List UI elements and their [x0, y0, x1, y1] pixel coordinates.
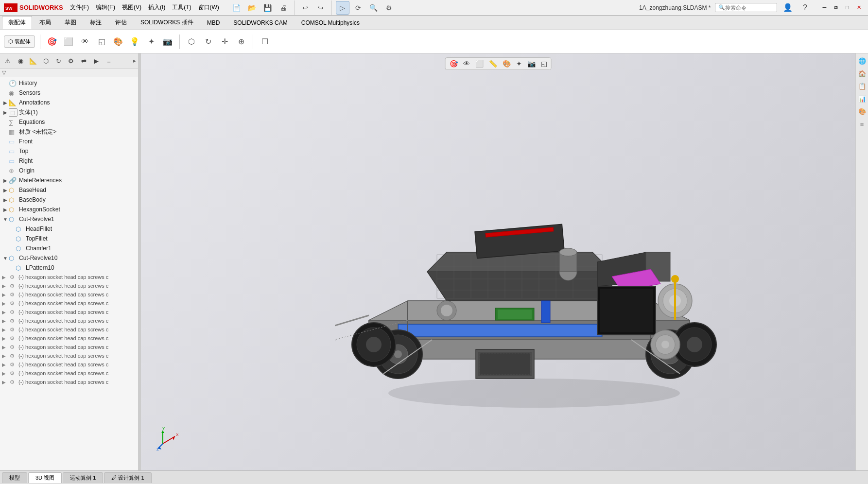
rp-chart-icon[interactable]: 📊 [857, 93, 868, 104]
view-scene-icon[interactable]: 💡 [128, 35, 141, 49]
view-render-icon[interactable]: ✦ [144, 35, 158, 49]
panel-settings-icon[interactable]: ⚙ [65, 55, 77, 67]
tree-item-lpattern10[interactable]: ⬡ LPattern10 [0, 263, 138, 273]
view-display-icon[interactable]: 👁 [78, 35, 92, 49]
panel-warning-icon[interactable]: ⚠ [2, 55, 14, 67]
print-icon[interactable]: 🖨 [277, 1, 290, 15]
btab-motion1[interactable]: 运动算例 1 [63, 472, 103, 483]
panel-refresh-icon[interactable]: ↻ [52, 55, 64, 67]
search-input[interactable] [725, 5, 774, 11]
assembly-toolbar-btn[interactable]: ⬡ 装配体 [4, 35, 35, 48]
tree-item-front[interactable]: ▭ Front [0, 137, 138, 146]
new-icon[interactable]: 📄 [230, 1, 243, 15]
undo-icon[interactable]: ↩ [298, 1, 312, 15]
rotate-icon[interactable]: ⟳ [351, 1, 365, 15]
tree-item-right[interactable]: ▭ Right [0, 156, 138, 166]
vp-view-icon[interactable]: 👁 [461, 59, 472, 69]
view-hide-icon[interactable]: ◱ [95, 35, 108, 49]
menu-edit[interactable]: 编辑(E) [93, 2, 118, 13]
menu-file[interactable]: 文件(F) [67, 2, 92, 13]
tree-item-equations[interactable]: ∑ Equations [0, 117, 138, 127]
tab-sw-plugins[interactable]: SOLIDWORKS 插件 [134, 16, 200, 29]
tree-item-chamfer1[interactable]: ⬡ Chamfer1 [0, 243, 138, 253]
panel-annotation-icon[interactable]: 📐 [27, 55, 39, 67]
redo-icon[interactable]: ↪ [314, 1, 328, 15]
rp-globe-icon[interactable]: 🌐 [857, 55, 868, 66]
screw-item-5[interactable]: ▶ ⚙ (-) hexagon socket head cap screws c [0, 316, 138, 325]
tree-item-annotations[interactable]: ▶ 📐 Annotations [0, 98, 138, 107]
tab-assembly[interactable]: 装配体 [2, 16, 32, 29]
tree-item-sensors[interactable]: ◉ Sensors [0, 88, 138, 98]
view-appear-icon[interactable]: 🎨 [111, 35, 125, 49]
view-pan-icon[interactable]: ✛ [218, 35, 231, 49]
view-orient-icon[interactable]: 🎯 [45, 35, 59, 49]
panel-feature-icon[interactable]: ⬡ [40, 55, 52, 67]
screw-item-8[interactable]: ▶ ⚙ (-) hexagon socket head cap screws c [0, 343, 138, 351]
help-icon[interactable]: ? [799, 1, 812, 15]
tree-item-headfillet[interactable]: ⬡ HeadFillet [0, 224, 138, 234]
tree-item-top[interactable]: ▭ Top [0, 146, 138, 156]
screw-item-1[interactable]: ▶ ⚙ (-) hexagon socket head cap screws c [0, 281, 138, 290]
btab-design1[interactable]: 🖊 设计算例 1 [104, 472, 151, 483]
tree-item-history[interactable]: 🕐 History [0, 78, 138, 88]
btab-3dview[interactable]: 3D 视图 [28, 472, 62, 483]
screw-item-11[interactable]: ▶ ⚙ (-) hexagon socket head cap screws c [0, 369, 138, 378]
screw-item-4[interactable]: ▶ ⚙ (-) hexagon socket head cap screws c [0, 308, 138, 316]
vp-zoom-extents-icon[interactable]: 🎯 [448, 59, 460, 69]
vp-appear-icon[interactable]: 🎨 [501, 59, 513, 69]
tree-item-cutrev10[interactable]: ▼ ⬡ Cut-Revolve10 [0, 253, 138, 263]
rp-color-icon[interactable]: 🎨 [857, 106, 868, 117]
screw-item-7[interactable]: ▶ ⚙ (-) hexagon socket head cap screws c [0, 334, 138, 343]
menu-tools[interactable]: 工具(T) [169, 2, 194, 13]
user-icon[interactable]: 👤 [781, 1, 795, 15]
tree-item-solid[interactable]: ▶ ◻ 实体(1) [0, 107, 138, 117]
vp-measure-icon[interactable]: 📏 [487, 59, 499, 69]
restore-button[interactable]: ⧉ [831, 3, 841, 12]
save-icon[interactable]: 💾 [261, 1, 275, 15]
tree-item-material[interactable]: ▦ 材质 <未指定> [0, 127, 138, 137]
tab-sw-cam[interactable]: SOLIDWORKS CAM [227, 17, 294, 29]
tab-sketch[interactable]: 草图 [58, 16, 83, 29]
tab-evaluate[interactable]: 评估 [109, 16, 133, 29]
maximize-button[interactable]: □ [843, 3, 852, 12]
tree-item-basebody[interactable]: ▶ ⬡ BaseBody [0, 195, 138, 205]
screw-item-9[interactable]: ▶ ⚙ (-) hexagon socket head cap screws c [0, 351, 138, 360]
minimize-button[interactable]: ─ [820, 3, 830, 12]
screw-item-2[interactable]: ▶ ⚙ (-) hexagon socket head cap screws c [0, 290, 138, 299]
tree-item-origin[interactable]: ⊕ Origin [0, 166, 138, 175]
screw-item-10[interactable]: ▶ ⚙ (-) hexagon socket head cap screws c [0, 360, 138, 369]
vp-scene-icon[interactable]: ✦ [514, 59, 524, 69]
btab-model[interactable]: 模型 [2, 472, 27, 483]
tree-item-materef[interactable]: ▶ 🔗 MateReferences [0, 175, 138, 185]
close-button[interactable]: ✕ [854, 3, 864, 12]
screw-item-0[interactable]: ▶ ⚙ (-) hexagon socket head cap screws c [0, 273, 138, 281]
tree-item-basehead[interactable]: ▶ ⬡ BaseHead [0, 185, 138, 195]
tab-markup[interactable]: 标注 [84, 16, 108, 29]
tree-item-hexagonsocket[interactable]: ▶ ⬡ HexagonSocket [0, 205, 138, 214]
rp-home-icon[interactable]: 🏠 [857, 68, 868, 79]
view-3d-icon[interactable]: ⬡ [185, 35, 198, 49]
3d-viewport[interactable]: 🎯 👁 ⬜ 📏 🎨 ✦ 📷 ◱ [141, 53, 855, 470]
vp-section-icon[interactable]: ⬜ [473, 59, 486, 69]
menu-insert[interactable]: 插入(I) [145, 2, 168, 13]
tree-item-topfillet[interactable]: ⬡ TopFillet [0, 234, 138, 243]
vp-camera-icon[interactable]: 📷 [525, 59, 538, 69]
search-box[interactable]: 🔍 [715, 3, 777, 12]
tab-comsol[interactable]: COMSOL Multiphysics [295, 17, 366, 29]
view-rotate-icon[interactable]: ↻ [201, 35, 215, 49]
screw-item-3[interactable]: ▶ ⚙ (-) hexagon socket head cap screws c [0, 299, 138, 308]
panel-sensor-icon[interactable]: ◉ [15, 55, 26, 67]
menu-view[interactable]: 视图(V) [119, 2, 144, 13]
open-icon[interactable]: 📂 [245, 1, 259, 15]
panel-play-icon[interactable]: ▶ [90, 55, 102, 67]
view-section-icon[interactable]: ⬜ [62, 35, 75, 49]
view-box-icon[interactable]: ☐ [258, 35, 272, 49]
tab-mbd[interactable]: MBD [201, 17, 226, 29]
vp-display-icon[interactable]: ◱ [539, 59, 549, 69]
rp-table-icon[interactable]: ≡ [857, 119, 868, 129]
screw-item-6[interactable]: ▶ ⚙ (-) hexagon socket head cap screws c [0, 325, 138, 334]
view-zoom-in-icon[interactable]: ⊕ [234, 35, 248, 49]
view-camera-icon[interactable]: 📷 [161, 35, 174, 49]
settings-icon[interactable]: ⚙ [382, 1, 396, 15]
screw-item-12[interactable]: ▶ ⚙ (-) hexagon socket head cap screws c [0, 378, 138, 386]
